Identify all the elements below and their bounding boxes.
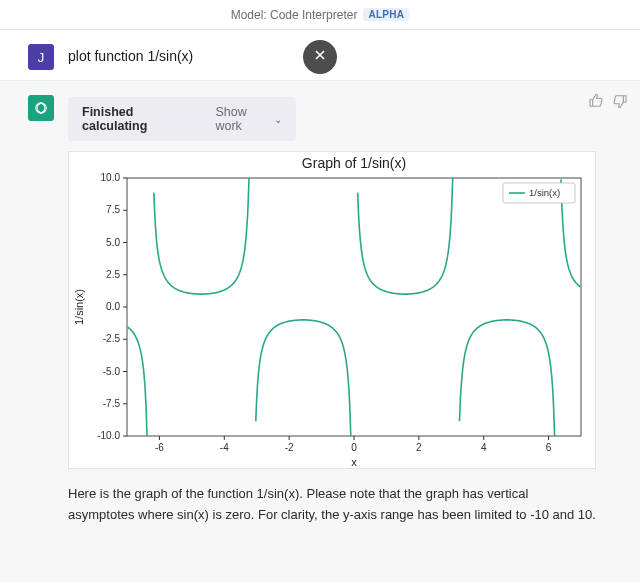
openai-icon	[32, 99, 50, 117]
svg-text:10.0: 10.0	[101, 172, 121, 183]
show-work-label: Show work	[215, 105, 270, 133]
close-icon	[312, 47, 328, 67]
alpha-badge: ALPHA	[363, 8, 409, 21]
calculation-status-bar: Finished calculating Show work ⌄	[68, 97, 296, 141]
svg-rect-3	[127, 178, 581, 436]
svg-text:0: 0	[351, 442, 357, 453]
model-header: Model: Code Interpreter ALPHA	[0, 0, 640, 30]
svg-text:1/sin(x): 1/sin(x)	[529, 187, 560, 198]
svg-text:7.5: 7.5	[106, 204, 120, 215]
user-message-text: plot function 1/sin(x)	[68, 44, 622, 64]
assistant-content: Finished calculating Show work ⌄ Graph o…	[68, 95, 622, 526]
calc-status-text: Finished calculating	[82, 105, 191, 133]
svg-text:2: 2	[416, 442, 422, 453]
feedback-controls	[588, 93, 628, 112]
svg-text:-2.5: -2.5	[103, 333, 121, 344]
svg-text:-6: -6	[155, 442, 164, 453]
assistant-message-row: Finished calculating Show work ⌄ Graph o…	[0, 81, 640, 536]
user-avatar: J	[28, 44, 54, 70]
chevron-down-icon: ⌄	[274, 114, 282, 125]
svg-text:-4: -4	[220, 442, 229, 453]
svg-text:0.0: 0.0	[106, 301, 120, 312]
csc-chart: Graph of 1/sin(x)-10.0-7.5-5.0-2.50.02.5…	[69, 152, 597, 470]
user-message-row: J plot function 1/sin(x)	[0, 30, 640, 81]
svg-text:-2: -2	[285, 442, 294, 453]
svg-text:1/sin(x): 1/sin(x)	[73, 289, 85, 325]
show-work-toggle[interactable]: Show work ⌄	[215, 105, 282, 133]
svg-text:5.0: 5.0	[106, 237, 120, 248]
chart-container: Graph of 1/sin(x)-10.0-7.5-5.0-2.50.02.5…	[68, 151, 596, 469]
assistant-avatar	[28, 95, 54, 121]
svg-text:Graph of 1/sin(x): Graph of 1/sin(x)	[302, 155, 406, 171]
svg-text:6: 6	[546, 442, 552, 453]
svg-text:2.5: 2.5	[106, 269, 120, 280]
svg-text:-5.0: -5.0	[103, 366, 121, 377]
thumbs-down-icon[interactable]	[612, 93, 628, 112]
stop-button[interactable]	[303, 40, 337, 74]
thumbs-up-icon[interactable]	[588, 93, 604, 112]
svg-text:x: x	[351, 456, 357, 468]
assistant-explanation: Here is the graph of the function 1/sin(…	[68, 483, 598, 526]
svg-text:-10.0: -10.0	[97, 430, 120, 441]
svg-text:-7.5: -7.5	[103, 398, 121, 409]
model-label: Model: Code Interpreter	[231, 8, 358, 22]
svg-text:4: 4	[481, 442, 487, 453]
